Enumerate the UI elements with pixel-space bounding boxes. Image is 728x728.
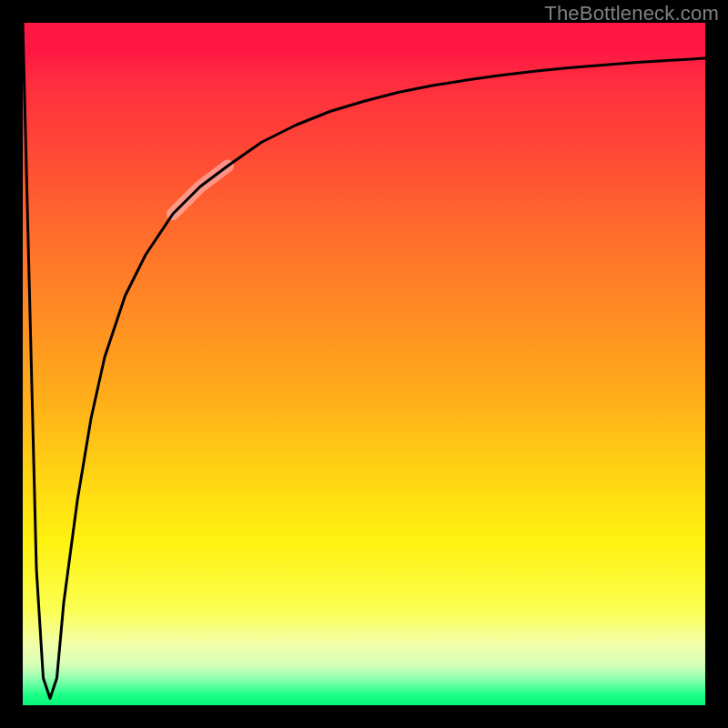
attribution-text: TheBottleneck.com [544,2,719,25]
chart-frame: TheBottleneck.com [0,0,728,728]
curve-layer [23,23,705,705]
bottleneck-curve [23,23,705,699]
